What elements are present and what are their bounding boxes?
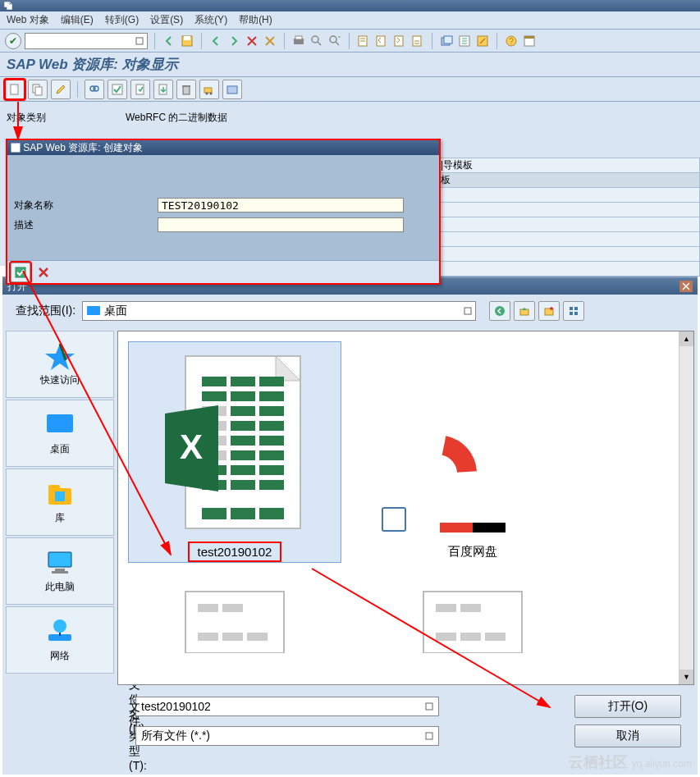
svg-rect-91: [222, 604, 243, 612]
new-folder-button[interactable]: [538, 301, 560, 321]
app-icon: [3, 1, 13, 11]
edit-button[interactable]: [51, 80, 71, 99]
svg-rect-55: [231, 377, 255, 386]
cancel-button[interactable]: 取消: [574, 724, 681, 747]
first-page-icon[interactable]: [356, 34, 371, 48]
sidebar-thispc[interactable]: 此电脑: [6, 537, 114, 605]
svg-rect-25: [136, 85, 144, 94]
view-menu-button[interactable]: [563, 301, 584, 321]
sidebar-network[interactable]: 网络: [6, 606, 114, 674]
file-item-partial[interactable]: [366, 587, 579, 661]
list-row[interactable]: [436, 247, 700, 262]
svg-rect-36: [464, 308, 471, 314]
svg-rect-60: [231, 406, 255, 416]
copy-button[interactable]: [28, 80, 48, 99]
places-sidebar: 快速访问 桌面 库 此电脑 网络: [2, 327, 117, 688]
svg-rect-44: [47, 414, 73, 432]
svg-rect-59: [259, 391, 284, 401]
forward-icon[interactable]: [226, 34, 241, 48]
generate-icon[interactable]: [457, 34, 472, 48]
vertical-scrollbar[interactable]: ▲ ▼: [679, 331, 693, 684]
svg-rect-47: [55, 491, 65, 501]
ok-button[interactable]: ✔: [5, 33, 21, 49]
cancel-icon[interactable]: [245, 34, 259, 48]
layout-icon[interactable]: [522, 34, 537, 48]
sidebar-desktop[interactable]: 桌面: [6, 400, 114, 467]
svg-rect-100: [485, 633, 506, 641]
sidebar-libraries[interactable]: 库: [6, 468, 114, 536]
scroll-down-icon[interactable]: ▼: [679, 670, 693, 684]
command-field[interactable]: [25, 33, 148, 49]
star-icon: [43, 342, 76, 370]
object-list: |导模板 板: [435, 158, 700, 277]
open-button[interactable]: 打开(O): [574, 695, 681, 718]
dropdown-icon: [425, 732, 433, 740]
filetype-combo[interactable]: 所有文件 (*.*): [135, 726, 439, 746]
display-button[interactable]: [85, 80, 104, 99]
last-page-icon[interactable]: [410, 34, 425, 48]
menu-settings[interactable]: 设置(S): [150, 13, 183, 27]
file-item-baidu[interactable]: 百度网盘: [366, 341, 579, 563]
export-button[interactable]: [153, 80, 173, 99]
svg-rect-56: [259, 377, 284, 386]
create-object-dialog: SAP Web 资源库: 创建对象 对象名称 描述: [6, 139, 441, 285]
file-item-partial[interactable]: [128, 587, 341, 661]
transport-button[interactable]: [199, 80, 219, 99]
sidebar-label: 此电脑: [45, 580, 75, 594]
menu-system[interactable]: 系统(Y): [194, 13, 227, 27]
find-next-icon[interactable]: [327, 34, 342, 48]
svg-rect-34: [16, 267, 25, 277]
list-row[interactable]: [436, 188, 700, 203]
cancel-icon[interactable]: [263, 34, 277, 48]
attributes-button[interactable]: [222, 80, 242, 99]
close-button[interactable]: [679, 281, 693, 292]
check-button[interactable]: [108, 80, 127, 99]
list-row[interactable]: |导模板: [436, 158, 700, 173]
list-row[interactable]: 板: [436, 173, 700, 188]
file-list[interactable]: X test20190102 百: [117, 331, 694, 685]
separator: [349, 33, 350, 49]
back-icon[interactable]: [162, 34, 176, 48]
delete-button[interactable]: [176, 80, 196, 99]
list-row[interactable]: [436, 232, 700, 247]
help-icon[interactable]: ?: [504, 34, 519, 48]
dropdown-icon: [425, 702, 433, 711]
up-button[interactable]: [514, 301, 535, 321]
new-session-icon[interactable]: [439, 34, 454, 48]
svg-rect-8: [377, 36, 385, 46]
svg-rect-63: [259, 421, 284, 431]
object-name-label: 对象名称: [14, 199, 158, 213]
sidebar-quickaccess[interactable]: 快速访问: [6, 331, 114, 398]
dialog-save-button[interactable]: [11, 263, 30, 282]
object-name-input[interactable]: [158, 198, 404, 213]
menu-goto[interactable]: 转到(G): [105, 13, 139, 27]
shortcut-icon[interactable]: [475, 34, 490, 48]
activate-button[interactable]: [130, 80, 150, 99]
file-item-excel[interactable]: X test20190102: [128, 341, 341, 563]
list-row[interactable]: [436, 262, 700, 277]
svg-rect-69: [231, 465, 255, 475]
svg-rect-0: [136, 38, 143, 44]
svg-rect-48: [48, 552, 71, 567]
back-icon[interactable]: [208, 34, 223, 48]
scroll-up-icon[interactable]: ▲: [679, 331, 693, 346]
lookup-combo[interactable]: 桌面: [82, 301, 476, 321]
separator: [201, 33, 202, 49]
print-icon[interactable]: [291, 34, 306, 48]
menu-help[interactable]: 帮助(H): [239, 13, 272, 27]
menu-edit[interactable]: 编辑(E): [61, 13, 94, 27]
save-icon[interactable]: [180, 34, 194, 48]
filename-input[interactable]: test20190102: [135, 697, 439, 716]
svg-rect-2: [184, 36, 190, 40]
dialog-cancel-button[interactable]: [34, 263, 53, 282]
svg-rect-28: [182, 85, 190, 87]
create-button[interactable]: [5, 80, 25, 99]
find-icon[interactable]: [309, 34, 324, 48]
next-page-icon[interactable]: [392, 34, 407, 48]
back-button[interactable]: [489, 301, 510, 321]
description-input[interactable]: [158, 217, 404, 232]
prev-page-icon[interactable]: [374, 34, 389, 48]
list-row[interactable]: [436, 203, 700, 217]
menu-web-object[interactable]: Web 对象: [7, 13, 49, 27]
list-row[interactable]: [436, 217, 700, 232]
